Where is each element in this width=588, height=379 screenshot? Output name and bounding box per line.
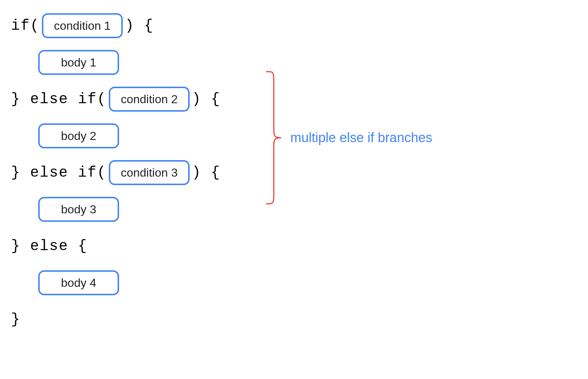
pill-condition-2: condition 2 <box>109 87 190 112</box>
pill-body-2: body 2 <box>38 123 119 148</box>
annotation-label: multiple else if branches <box>290 130 432 145</box>
line-body-4: body 4 <box>11 270 577 296</box>
line-final-brace: } <box>11 307 577 332</box>
close-paren-brace-1: ) { <box>125 18 154 34</box>
line-if: if( condition 1 ) { <box>11 13 577 39</box>
keyword-else-if-2: } else if( <box>11 165 107 181</box>
close-paren-brace-2: ) { <box>192 91 220 108</box>
pill-condition-3: condition 3 <box>109 160 190 185</box>
keyword-else-if-1: } else if( <box>11 91 107 108</box>
pill-condition-1: condition 1 <box>42 13 123 38</box>
keyword-if: if( <box>11 18 40 34</box>
close-paren-brace-3: ) { <box>192 165 220 181</box>
curly-brace-icon <box>265 70 283 206</box>
pill-body-3: body 3 <box>38 197 119 222</box>
pill-body-4: body 4 <box>38 270 119 295</box>
pill-body-1: body 1 <box>38 50 119 75</box>
keyword-else: } else { <box>11 238 87 255</box>
close-brace-final: } <box>11 311 21 328</box>
line-else: } else { <box>11 233 577 259</box>
annotation-group: multiple else if branches <box>265 70 432 206</box>
